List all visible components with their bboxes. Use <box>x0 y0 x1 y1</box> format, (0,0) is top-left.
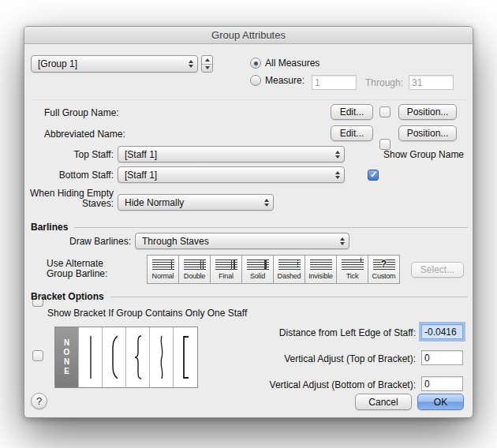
barline-style-dashed[interactable]: Dashed <box>273 255 305 284</box>
vertical-adjust-bottom-field[interactable] <box>421 376 463 391</box>
group-select-value: [Group 1] <box>38 58 77 69</box>
ok-button-label: OK <box>434 397 447 408</box>
measure-row: Measure: <box>250 75 305 86</box>
full-name-edit-button[interactable]: Edit... <box>331 104 373 120</box>
barline-style-double[interactable]: Double <box>178 255 211 284</box>
full-group-name-label: Full Group Name: <box>44 107 119 118</box>
popup-arrows-icon <box>264 199 269 207</box>
barline-solid-icon <box>247 259 269 270</box>
help-button[interactable]: ? <box>31 393 47 409</box>
when-hiding-label-line2: Staves: <box>24 199 114 209</box>
group-stepper[interactable] <box>201 55 213 73</box>
bottom-staff-value: [Staff 1] <box>125 170 157 181</box>
title-bar: Group Attributes <box>24 27 473 44</box>
popup-arrows-icon <box>335 151 340 159</box>
distance-left-edge-label: Distance from Left Edge of Staff: <box>165 327 416 338</box>
measure-radio[interactable] <box>250 75 261 86</box>
top-staff-value: [Staff 1] <box>125 149 157 160</box>
select-custom-barline-button[interactable]: Select... <box>411 262 464 278</box>
draw-barlines-label: Draw Barlines: <box>24 236 131 247</box>
abbreviated-name-label: Abbreviated Name: <box>44 129 125 140</box>
hide-normally-select[interactable]: Hide Normally <box>118 194 274 211</box>
vertical-adjust-bottom-label: Vertical Adjust (Bottom of Bracket): <box>165 379 416 390</box>
popup-arrows-icon <box>335 171 340 179</box>
bracket-hooked-icon <box>106 332 122 383</box>
vertical-adjust-top-label: Vertical Adjust (Top of Bracket): <box>165 353 416 364</box>
cancel-button-label: Cancel <box>368 397 398 408</box>
full-name-position-checkbox[interactable] <box>379 106 390 118</box>
all-measures-label: All Measures <box>265 58 320 69</box>
bracket-brace-icon <box>130 332 146 383</box>
bracket-none-label: NONE <box>62 338 72 376</box>
barline-invisible-icon <box>310 259 332 270</box>
edit-button-label: Edit... <box>340 106 364 118</box>
bottom-staff-select[interactable]: [Staff 1] <box>118 166 345 183</box>
measure-end-field[interactable] <box>409 75 454 90</box>
select-button-label: Select... <box>420 264 454 275</box>
barlines-section-title: Barlines <box>31 222 68 233</box>
when-hiding-label: When Hiding Empty Staves: <box>24 189 114 209</box>
barline-style-custom[interactable]: ? Custom <box>368 255 400 284</box>
ok-button[interactable]: OK <box>417 394 464 410</box>
bracket-line-icon <box>83 332 99 383</box>
measure-start-field[interactable] <box>312 75 357 90</box>
barline-style-solid[interactable]: Solid <box>241 255 274 284</box>
barline-double-icon <box>184 259 206 270</box>
barline-style-label: Final <box>219 272 234 280</box>
barline-style-label: Tick <box>346 272 358 280</box>
popup-arrows-icon <box>340 237 345 245</box>
top-staff-select[interactable]: [Staff 1] <box>118 146 345 162</box>
bracket-style-none[interactable]: NONE <box>55 327 79 387</box>
abbr-name-position-button[interactable]: Position... <box>398 125 457 141</box>
abbr-name-edit-button[interactable]: Edit... <box>331 125 373 141</box>
all-measures-radio[interactable] <box>250 58 261 69</box>
barline-style-label: Double <box>184 272 205 280</box>
cancel-button[interactable]: Cancel <box>355 394 412 410</box>
bottom-staff-label: Bottom Staff: <box>31 170 114 181</box>
bracket-style-line[interactable] <box>79 327 103 387</box>
barline-style-label: Dashed <box>278 272 301 280</box>
top-staff-label: Top Staff: <box>31 149 114 160</box>
divider <box>31 99 468 100</box>
distance-left-edge-field[interactable] <box>421 324 463 339</box>
stepper-up-icon[interactable] <box>202 56 212 65</box>
popup-arrows-icon <box>189 60 193 68</box>
abbr-name-position-checkbox[interactable] <box>379 139 390 150</box>
vertical-adjust-top-field[interactable] <box>421 350 463 365</box>
barline-style-label: Custom <box>372 272 396 280</box>
barline-tick-icon <box>342 259 364 270</box>
barline-style-final[interactable]: Final <box>210 255 242 284</box>
barline-style-tick[interactable]: Tick <box>336 255 368 284</box>
stepper-down-icon[interactable] <box>202 65 212 73</box>
show-bracket-one-staff-checkbox[interactable] <box>32 350 43 361</box>
barline-style-label: Solid <box>250 272 265 280</box>
hide-normally-value: Hide Normally <box>125 197 184 208</box>
use-alternate-line2: Group Barline: <box>47 269 107 279</box>
through-label: Through: <box>365 77 403 88</box>
measure-label: Measure: <box>265 75 305 86</box>
barline-style-label: Normal <box>152 272 174 280</box>
section-rule <box>110 297 468 297</box>
barline-style-group: Normal Double Final Solid Dashed Invisib… <box>147 255 400 284</box>
bracket-style-brace[interactable] <box>126 327 150 387</box>
full-name-position-button[interactable]: Position... <box>398 104 457 120</box>
show-bracket-one-staff-label: Show Bracket If Group Contains Only One … <box>47 308 247 319</box>
barline-final-icon <box>215 259 237 270</box>
position-button-label: Position... <box>407 106 449 118</box>
bracket-options-section-header: Bracket Options <box>31 291 468 302</box>
group-select[interactable]: [Group 1] <box>31 55 198 73</box>
group-attributes-dialog: Group Attributes [Group 1] All Measures … <box>24 26 473 418</box>
use-alternate-barline-label: Use Alternate Group Barline: <box>47 259 107 279</box>
barline-style-normal[interactable]: Normal <box>147 255 179 284</box>
barline-style-label: Invisible <box>308 272 333 280</box>
barline-custom-icon: ? <box>373 259 395 270</box>
show-group-name-checkbox[interactable] <box>368 170 379 181</box>
window-title: Group Attributes <box>211 29 286 41</box>
bracket-style-hooked[interactable] <box>103 327 126 387</box>
barline-normal-icon <box>152 259 174 270</box>
draw-barlines-value: Through Staves <box>142 236 209 247</box>
question-glyph: ? <box>381 259 387 270</box>
barline-style-invisible[interactable]: Invisible <box>305 255 337 284</box>
draw-barlines-select[interactable]: Through Staves <box>135 233 349 249</box>
bracket-options-section-title: Bracket Options <box>31 291 104 302</box>
